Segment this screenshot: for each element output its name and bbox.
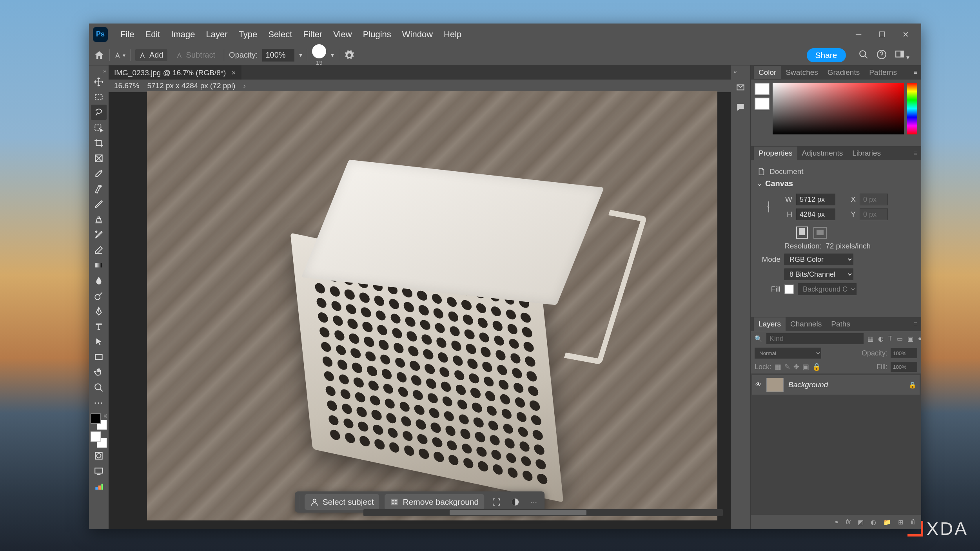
- layer-name[interactable]: Background: [788, 381, 828, 389]
- background-color[interactable]: [755, 98, 769, 110]
- gradient-tool[interactable]: [91, 257, 107, 273]
- tab-layers[interactable]: Layers: [754, 317, 786, 331]
- canvas-section[interactable]: ⌄ Canvas: [757, 179, 915, 188]
- path-selection-tool[interactable]: [91, 334, 107, 349]
- share-button[interactable]: Share: [807, 48, 846, 62]
- height-input[interactable]: [796, 208, 835, 220]
- tab-patterns[interactable]: Patterns: [864, 66, 902, 79]
- expand-tools-icon[interactable]: »: [103, 68, 106, 74]
- filter-pixel-icon[interactable]: ▦: [867, 335, 873, 343]
- tab-color[interactable]: Color: [754, 66, 781, 79]
- blur-tool[interactable]: [91, 273, 107, 288]
- tab-adjustments[interactable]: Adjustments: [797, 147, 848, 160]
- zoom-tool[interactable]: [91, 380, 107, 395]
- layer-fill-input[interactable]: [891, 362, 917, 372]
- hue-slider[interactable]: [907, 83, 917, 134]
- filter-search-icon[interactable]: 🔍: [755, 335, 762, 343]
- menu-layer[interactable]: Layer: [201, 27, 233, 42]
- menu-view[interactable]: View: [328, 27, 357, 42]
- panel-menu-icon[interactable]: ≡: [914, 69, 917, 76]
- lock-image-icon[interactable]: ✎: [784, 362, 790, 371]
- filter-toggle-icon[interactable]: ●: [918, 335, 921, 343]
- crop-tool[interactable]: [91, 135, 107, 150]
- filter-adjustment-icon[interactable]: ◐: [878, 335, 884, 343]
- type-tool[interactable]: [91, 319, 107, 334]
- maximize-button[interactable]: ☐: [870, 25, 894, 44]
- help-icon[interactable]: [877, 49, 887, 61]
- search-icon[interactable]: [858, 49, 869, 61]
- tab-properties[interactable]: Properties: [754, 147, 797, 160]
- horizontal-scrollbar[interactable]: [363, 509, 723, 516]
- workspace-icon[interactable]: ▾: [895, 49, 909, 61]
- width-input[interactable]: [796, 194, 835, 205]
- panel-menu-icon[interactable]: ≡: [914, 321, 917, 328]
- group-icon[interactable]: 📁: [883, 518, 891, 526]
- menu-select[interactable]: Select: [263, 27, 298, 42]
- move-tool[interactable]: [91, 74, 107, 89]
- menu-filter[interactable]: Filter: [298, 27, 328, 42]
- menu-plugins[interactable]: Plugins: [358, 27, 397, 42]
- home-icon[interactable]: [94, 50, 105, 61]
- subtract-selection-button[interactable]: Subtract: [172, 49, 219, 61]
- minimize-button[interactable]: ─: [847, 25, 870, 44]
- quick-mask-tool[interactable]: [91, 448, 107, 463]
- zoom-level[interactable]: 16.67%: [114, 82, 139, 90]
- dodge-tool[interactable]: [91, 288, 107, 303]
- menu-type[interactable]: Type: [233, 27, 263, 42]
- eyedropper-tool[interactable]: [91, 166, 107, 181]
- screen-mode-tool[interactable]: [91, 463, 107, 478]
- menu-help[interactable]: Help: [438, 27, 467, 42]
- clone-stamp-tool[interactable]: [91, 212, 107, 227]
- layer-lock-icon[interactable]: 🔒: [909, 381, 916, 389]
- brush-preview[interactable]: 19: [312, 44, 326, 66]
- link-layers-icon[interactable]: ⚭: [834, 518, 839, 526]
- tab-paths[interactable]: Paths: [826, 317, 855, 331]
- brush-tool[interactable]: [91, 196, 107, 212]
- layer-opacity-input[interactable]: [891, 348, 917, 358]
- filter-smart-icon[interactable]: ▣: [907, 335, 913, 343]
- tab-libraries[interactable]: Libraries: [848, 147, 886, 160]
- learn-icon[interactable]: [735, 83, 746, 94]
- select-subject-button[interactable]: Select subject: [305, 494, 379, 510]
- filter-shape-icon[interactable]: ▭: [897, 335, 903, 343]
- menu-file[interactable]: File: [115, 27, 140, 42]
- transform-icon[interactable]: [490, 495, 503, 509]
- new-layer-icon[interactable]: ⊞: [898, 518, 903, 526]
- gear-icon[interactable]: [344, 50, 355, 61]
- panel-menu-icon[interactable]: ≡: [914, 150, 917, 157]
- lasso-tool[interactable]: [91, 105, 107, 120]
- fill-select[interactable]: Background Color: [798, 283, 857, 295]
- swap-colors-icon[interactable]: ⤭: [103, 413, 108, 419]
- status-arrow-icon[interactable]: ›: [243, 82, 245, 90]
- adjustments-icon[interactable]: [508, 495, 522, 509]
- remove-background-button[interactable]: Remove background: [385, 494, 484, 510]
- tab-swatches[interactable]: Swatches: [781, 66, 822, 79]
- link-icon[interactable]: [765, 199, 773, 215]
- foreground-background-colors-2[interactable]: [91, 431, 107, 448]
- add-selection-button[interactable]: Add: [135, 49, 167, 61]
- lock-artboard-icon[interactable]: ▣: [802, 362, 809, 371]
- edit-toolbar-button[interactable]: ⋯: [91, 395, 107, 410]
- layer-row[interactable]: 👁 Background 🔒: [752, 375, 920, 395]
- menu-edit[interactable]: Edit: [140, 27, 165, 42]
- lock-transparency-icon[interactable]: ▦: [775, 362, 781, 371]
- fill-swatch[interactable]: [784, 285, 794, 294]
- menu-image[interactable]: Image: [165, 27, 200, 42]
- document-canvas[interactable]: [147, 91, 717, 520]
- close-button[interactable]: ✕: [894, 25, 917, 44]
- foreground-background-colors[interactable]: ⤭: [91, 413, 107, 430]
- layer-mask-icon[interactable]: ◩: [858, 518, 864, 526]
- adjustment-layer-icon[interactable]: ◐: [871, 518, 876, 526]
- marquee-tool[interactable]: [91, 89, 107, 105]
- close-tab-icon[interactable]: ×: [231, 69, 236, 77]
- comments-icon[interactable]: [735, 102, 746, 114]
- mode-select[interactable]: RGB Color: [784, 254, 853, 265]
- object-selection-tool[interactable]: [91, 120, 107, 135]
- rectangle-tool[interactable]: [91, 349, 107, 364]
- portrait-icon[interactable]: [796, 227, 808, 239]
- menu-window[interactable]: Window: [397, 27, 438, 42]
- bits-select[interactable]: 8 Bits/Channel: [784, 268, 853, 280]
- hand-tool[interactable]: [91, 364, 107, 380]
- layer-style-icon[interactable]: fx: [846, 518, 851, 526]
- filter-type-icon[interactable]: T: [888, 335, 892, 343]
